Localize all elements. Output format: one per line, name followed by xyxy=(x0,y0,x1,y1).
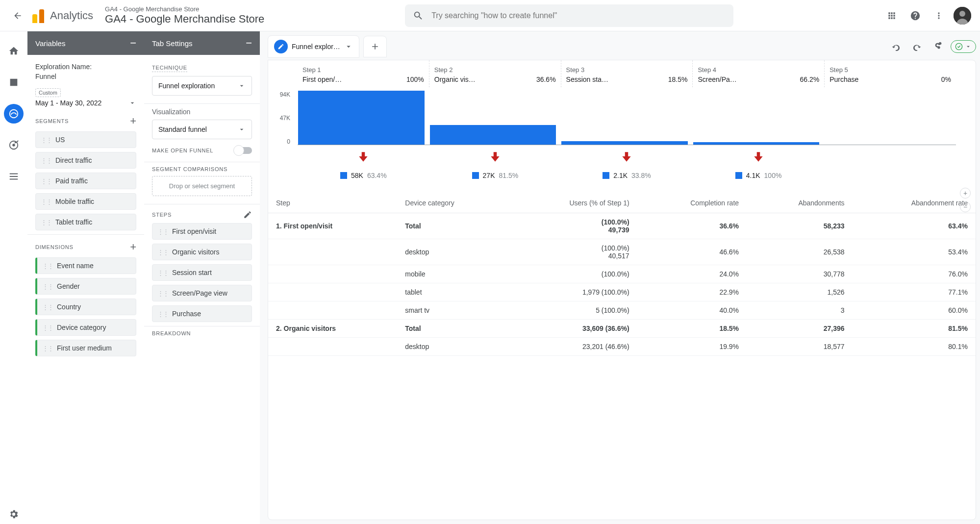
search-input[interactable] xyxy=(431,11,726,20)
step-pill[interactable]: ⋮⋮First open/visit xyxy=(152,223,252,240)
step-number: Step 1 xyxy=(302,66,321,74)
dimension-pill[interactable]: ⋮⋮Device category xyxy=(35,319,136,336)
chevron-down-icon xyxy=(128,99,136,107)
redo-button[interactable] xyxy=(907,37,927,56)
segment-pill[interactable]: ⋮⋮US xyxy=(35,131,136,148)
apps-button[interactable] xyxy=(882,6,902,25)
target-icon xyxy=(8,140,19,150)
collapse-button[interactable]: − xyxy=(246,37,252,50)
date-range-selector[interactable]: May 1 - May 30, 2022 xyxy=(35,99,136,107)
drag-handle-icon: ⋮⋮ xyxy=(42,345,53,352)
undo-button[interactable] xyxy=(886,37,905,56)
segment-pill[interactable]: ⋮⋮Direct traffic xyxy=(35,152,136,169)
property-title: GA4 - Google Merchandise Store xyxy=(105,13,264,25)
account-button[interactable] xyxy=(953,6,972,25)
step-pill[interactable]: ⋮⋮Session start xyxy=(152,264,252,281)
back-button[interactable] xyxy=(8,6,27,25)
nav-admin[interactable] xyxy=(4,504,24,524)
table-row[interactable]: mobile (100.0%) 24.0% 30,778 76.0% xyxy=(268,265,976,283)
edit-icon xyxy=(274,40,288,53)
step-name: Purchase xyxy=(829,75,858,83)
table-row[interactable]: desktop 23,201 (46.6%) 19.9% 18,577 80.1… xyxy=(268,338,976,356)
th-completion[interactable]: Completion rate xyxy=(637,193,747,213)
dimension-pill[interactable]: ⋮⋮Event name xyxy=(35,257,136,274)
cell-abandon-rate: 53.4% xyxy=(853,239,976,265)
nav-configure[interactable] xyxy=(4,167,24,186)
dimension-pill[interactable]: ⋮⋮Gender xyxy=(35,278,136,295)
th-abandon-rate[interactable]: Abandonment rate xyxy=(853,193,976,213)
dimension-label: Device category xyxy=(57,324,106,331)
step-pill[interactable]: ⋮⋮Organic visitors xyxy=(152,244,252,260)
segment-pill[interactable]: ⋮⋮Paid traffic xyxy=(35,173,136,189)
add-tab-button[interactable] xyxy=(363,36,387,57)
funnel-bar[interactable] xyxy=(430,125,556,145)
funnel-bar[interactable] xyxy=(298,91,425,145)
open-funnel-toggle[interactable] xyxy=(234,147,252,154)
table-row[interactable]: 2. Organic visitors Total 33,609 (36.6%)… xyxy=(268,320,976,338)
technique-value: Funnel exploration xyxy=(158,82,215,90)
property-selector[interactable]: GA4 - Google Merchandise Store GA4 - Goo… xyxy=(105,5,264,25)
cell-completion: 36.6% xyxy=(637,213,747,239)
cell-device: tablet xyxy=(397,283,508,301)
drop-indicator xyxy=(561,146,693,168)
nav-explore[interactable] xyxy=(4,104,24,124)
visualization-label: Visualization xyxy=(152,108,252,116)
tab-settings-header: Tab Settings − xyxy=(144,31,260,55)
drop-percent: 63.4% xyxy=(367,172,387,179)
cell-abandon-rate: 80.1% xyxy=(853,338,976,356)
status-indicator[interactable] xyxy=(951,40,976,53)
check-circle-icon xyxy=(955,43,963,50)
more-button[interactable] xyxy=(929,6,949,25)
chevron-down-icon xyxy=(965,43,972,50)
nav-reports[interactable] xyxy=(4,73,24,92)
search-icon xyxy=(413,10,424,21)
edit-steps-button[interactable] xyxy=(243,210,252,219)
cell-abandon: 18,577 xyxy=(747,338,853,356)
segment-pill[interactable]: ⋮⋮Mobile traffic xyxy=(35,193,136,210)
dimension-pill[interactable]: ⋮⋮First user medium xyxy=(35,340,136,356)
logo[interactable]: Analytics xyxy=(31,8,93,23)
svg-point-4 xyxy=(12,144,15,147)
segment-label: Direct traffic xyxy=(55,156,92,164)
drop-count: 58K xyxy=(351,172,363,179)
table-row[interactable]: desktop (100.0%)40,517 46.6% 26,538 53.4… xyxy=(268,239,976,265)
step-label: Purchase xyxy=(172,310,201,318)
exploration-name[interactable]: Funnel xyxy=(35,73,136,80)
zoom-in-button[interactable]: + xyxy=(960,188,971,199)
cell-step xyxy=(268,338,397,356)
table-row[interactable]: smart tv 5 (100.0%) 40.0% 3 60.0% xyxy=(268,301,976,320)
step-pill[interactable]: ⋮⋮Purchase xyxy=(152,305,252,322)
canvas-tab-active[interactable]: Funnel explor… xyxy=(268,35,359,58)
collapse-button[interactable]: − xyxy=(130,37,136,50)
visualization-select[interactable]: Standard funnel xyxy=(152,120,252,139)
segment-drop-zone[interactable]: Drop or select segment xyxy=(152,176,252,196)
canvas-tabs: Funnel explor… xyxy=(268,35,976,58)
add-segment-button[interactable]: + xyxy=(130,115,136,127)
dimension-pill[interactable]: ⋮⋮Country xyxy=(35,299,136,315)
nav-advertising[interactable] xyxy=(4,135,24,155)
cell-abandon: 3 xyxy=(747,301,853,320)
search-box[interactable] xyxy=(405,4,733,27)
tab-settings-title: Tab Settings xyxy=(152,39,193,48)
date-custom-chip: Custom xyxy=(35,88,61,97)
funnel-bar[interactable] xyxy=(561,141,688,145)
technique-select[interactable]: Funnel exploration xyxy=(152,76,252,96)
drag-handle-icon: ⋮⋮ xyxy=(157,228,168,235)
funnel-bar[interactable] xyxy=(693,142,820,145)
th-users[interactable]: Users (% of Step 1) xyxy=(508,193,637,213)
cell-abandon-rate: 77.1% xyxy=(853,283,976,301)
th-abandon[interactable]: Abandonments xyxy=(747,193,853,213)
table-row[interactable]: 1. First open/visit Total (100.0%)49,739… xyxy=(268,213,976,239)
nav-home[interactable] xyxy=(4,41,24,61)
segment-pill[interactable]: ⋮⋮Tablet traffic xyxy=(35,214,136,230)
help-button[interactable] xyxy=(905,6,925,25)
arrow-down-icon xyxy=(752,150,765,164)
th-device[interactable]: Device category xyxy=(397,193,508,213)
th-step[interactable]: Step xyxy=(268,193,397,213)
table-row[interactable]: tablet 1,979 (100.0%) 22.9% 1,526 77.1% xyxy=(268,283,976,301)
add-dimension-button[interactable]: + xyxy=(130,241,136,253)
chevron-down-icon xyxy=(344,42,353,51)
step-pill[interactable]: ⋮⋮Screen/Page view xyxy=(152,285,252,301)
zoom-out-button[interactable]: − xyxy=(960,201,971,212)
share-button[interactable] xyxy=(929,37,949,56)
